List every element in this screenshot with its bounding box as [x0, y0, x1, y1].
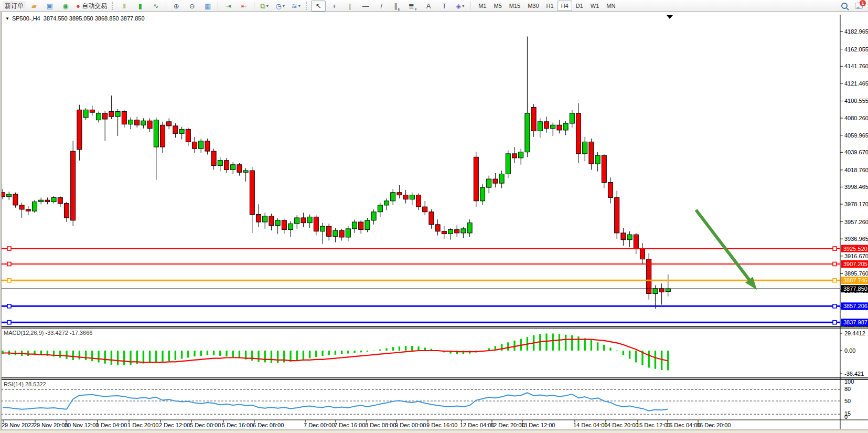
collapse-triangle-icon[interactable]: ▼	[5, 16, 9, 21]
horizontal-line-button[interactable]: —	[358, 1, 373, 12]
svg-text:3895.760: 3895.760	[844, 270, 868, 277]
line-drag-handle[interactable]	[833, 304, 837, 308]
macd-panel[interactable]	[2, 333, 669, 370]
rsi-panel[interactable]	[3, 393, 668, 411]
macd-bar	[187, 351, 189, 357]
macd-bar	[309, 351, 310, 358]
toolbar-drag-handle	[112, 2, 114, 10]
candle-up	[51, 197, 56, 202]
chevron-down-icon: ▾	[283, 4, 285, 8]
candle-up	[365, 220, 370, 230]
indicators-button[interactable]: ≋▾	[288, 1, 303, 12]
zoom-out-button[interactable]: ⊖	[185, 1, 199, 12]
candle-down	[147, 121, 152, 128]
candle-down	[608, 182, 613, 197]
macd-bar	[207, 351, 208, 355]
arrows-button[interactable]: ◈▾	[453, 1, 467, 12]
macd-bar	[545, 333, 547, 351]
signal-button[interactable]: ◉	[58, 1, 73, 12]
new-template-button[interactable]: ⧉▾	[257, 1, 272, 12]
line-drag-handle[interactable]	[833, 247, 837, 250]
gold-ingot-button[interactable]: ▰	[27, 1, 41, 12]
channel-button[interactable]: ∥E	[390, 1, 404, 12]
cursor-button[interactable]: ↖	[311, 1, 326, 12]
macd-value: -33.4272	[45, 330, 68, 336]
chat-icon[interactable]: 1	[855, 3, 863, 9]
trend-arrow[interactable]	[696, 210, 757, 290]
candle-up	[448, 229, 453, 234]
candle-down	[602, 155, 606, 182]
line-drag-handle[interactable]	[833, 321, 837, 324]
tab-timeframe-mn[interactable]: MN	[603, 1, 619, 11]
macd-bar	[501, 344, 502, 351]
line-drag-handle[interactable]	[7, 279, 11, 282]
candle-up	[499, 174, 504, 183]
text-label-button[interactable]: T	[437, 1, 452, 12]
line-drag-handle[interactable]	[7, 262, 11, 266]
line-drag-handle[interactable]	[7, 321, 11, 324]
tab-timeframe-h1[interactable]: H1	[543, 1, 558, 11]
search-icon[interactable]	[841, 3, 848, 9]
tab-timeframe-d1[interactable]: D1	[572, 1, 587, 11]
rsi-label: RSI(14) 28.5322	[4, 381, 46, 387]
tab-timeframe-m5[interactable]: M5	[490, 1, 505, 11]
chart-canvas[interactable]: 4182.9654162.0554141.7604121.4654100.555…	[0, 0, 868, 433]
candle-up	[570, 113, 574, 123]
auto-trading-button[interactable]: ● 自动交易	[74, 1, 109, 12]
chart-shift-button[interactable]: ⇥	[221, 1, 235, 12]
candle-up	[666, 289, 670, 291]
line-drag-handle[interactable]	[7, 247, 11, 250]
candlesticks[interactable]	[1, 37, 671, 309]
macd-bar	[181, 351, 183, 359]
tab-timeframe-m1[interactable]: M1	[475, 1, 490, 11]
time-label: 16 Dec 04:00	[666, 422, 700, 428]
zoom-in-button[interactable]: ⊕	[169, 1, 184, 12]
toolbar-separator	[470, 2, 470, 10]
macd-bar	[175, 351, 176, 360]
svg-text:4141.760: 4141.760	[844, 63, 868, 69]
svg-text:0: 0	[844, 414, 848, 420]
horizontal-lines[interactable]	[1, 247, 840, 324]
candles-chart-button[interactable]: ▮	[133, 1, 147, 12]
auto-scroll-button[interactable]: ⇤	[237, 1, 251, 12]
line-drag-handle[interactable]	[833, 262, 837, 266]
macd-bar	[104, 351, 106, 364]
periods-icon: ◷	[276, 3, 282, 9]
time-label: 14 Dec 04:00	[573, 422, 607, 428]
candle-down	[65, 204, 69, 218]
candle-down	[589, 142, 594, 164]
time-axis[interactable]: 29 Nov 202229 Nov 20:0030 Nov 12:001 Dec…	[2, 420, 731, 428]
toolbar-separator	[166, 2, 166, 10]
candle-down	[327, 226, 331, 236]
tab-timeframe-m30[interactable]: M30	[524, 1, 542, 11]
candle-down	[359, 222, 363, 229]
bars-chart-button[interactable]: ‖	[117, 1, 132, 12]
macd-bar	[379, 350, 381, 351]
macd-bar	[232, 351, 234, 357]
candle-up	[595, 155, 600, 164]
candle-down	[167, 122, 172, 126]
line-chart-button[interactable]: ∿	[148, 1, 163, 12]
tab-timeframe-m15[interactable]: M15	[506, 1, 524, 11]
macd-name: MACD(12,26,9)	[4, 330, 44, 336]
line-drag-handle[interactable]	[7, 304, 11, 308]
trendline-button[interactable]: /	[374, 1, 389, 12]
tile-windows-button[interactable]: ▦	[200, 1, 215, 12]
text-button[interactable]: A	[421, 1, 436, 12]
time-label: 9 Dec 00:00	[395, 422, 426, 428]
fibonacci-button[interactable]: ≣F	[405, 1, 420, 12]
line-drag-handle[interactable]	[833, 279, 837, 282]
candle-up	[583, 142, 587, 153]
crosshair-button[interactable]: +	[327, 1, 341, 12]
fibonacci-icon-sub: F	[415, 7, 417, 11]
periods-button[interactable]: ◷▾	[273, 1, 287, 12]
tab-timeframe-w1[interactable]: W1	[587, 1, 603, 11]
toolbar-drag-handle	[306, 2, 308, 10]
candle-up	[39, 200, 44, 202]
terminal-button[interactable]: ▣	[42, 1, 57, 12]
new-order-button[interactable]: 新订单	[3, 1, 26, 11]
time-label: 16 Dec 20:00	[696, 422, 731, 428]
tab-timeframe-h4[interactable]: H4	[558, 1, 572, 11]
candle-up	[218, 161, 222, 166]
vertical-line-button[interactable]: |	[342, 1, 357, 12]
